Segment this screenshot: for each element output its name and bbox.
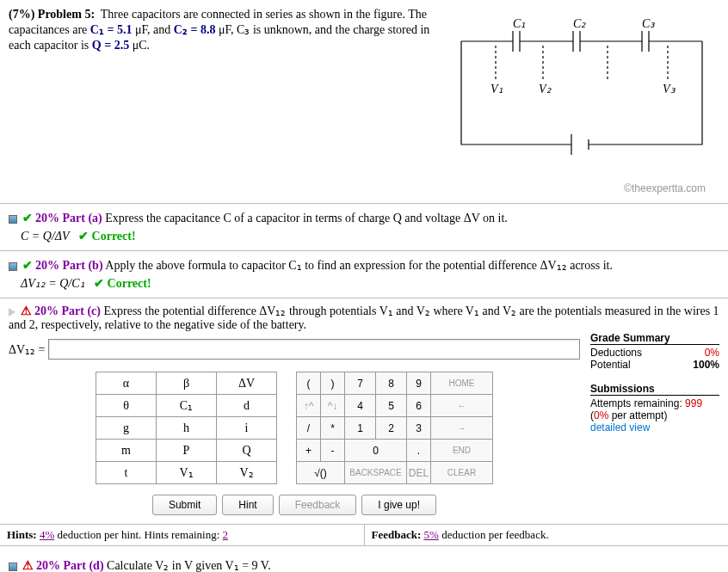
- svg-text:C₁: C₁: [513, 17, 526, 30]
- var-btn[interactable]: m: [96, 440, 157, 462]
- part-d: ⚠ 20% Part (d) Calculate V₂ in V given V…: [0, 555, 728, 572]
- svg-text:C₃: C₃: [642, 17, 656, 30]
- var-btn[interactable]: C₁: [157, 395, 217, 417]
- warn-icon: ⚠: [22, 559, 34, 572]
- svg-text:V₃: V₃: [663, 83, 676, 95]
- var-btn[interactable]: P: [157, 440, 217, 462]
- svg-text:V₁: V₁: [490, 83, 503, 95]
- detailed-view-link[interactable]: detailed view: [590, 421, 719, 434]
- var-btn[interactable]: d: [217, 395, 277, 417]
- copyright: ©theexpertta.com: [444, 182, 719, 200]
- part-b: ✔ 20% Part (b) Apply the above formula t…: [0, 250, 728, 298]
- collapse-icon[interactable]: [9, 215, 17, 224]
- var-btn[interactable]: ΔV: [217, 372, 277, 395]
- check-icon: ✔: [22, 259, 33, 272]
- answer-input[interactable]: [48, 339, 580, 360]
- var-btn[interactable]: t: [96, 462, 157, 484]
- collapse-icon[interactable]: [9, 262, 17, 271]
- var-btn[interactable]: h: [157, 417, 217, 440]
- hints-feedback-row: Hints: 4% deduction per hint. Hints rema…: [0, 524, 728, 546]
- grade-summary: Grade Summary Deductions0% Potential100%…: [590, 332, 719, 434]
- part-c: ⚠ 20% Part (c) Express the potential dif…: [0, 298, 728, 524]
- svg-text:V₂: V₂: [539, 83, 552, 95]
- variables-grid: αβΔV θC₁d ghi mPQ tV₁V₂: [96, 372, 277, 484]
- var-btn[interactable]: Q: [217, 440, 277, 462]
- var-btn[interactable]: θ: [96, 395, 157, 417]
- var-btn[interactable]: g: [96, 417, 157, 440]
- hint-button[interactable]: Hint: [222, 495, 273, 515]
- numpad-grid: ()789HOME ↑^^↓456← /*123→ +-0.END √()BAC…: [296, 372, 493, 484]
- var-btn[interactable]: α: [96, 372, 157, 395]
- expand-icon[interactable]: [9, 308, 15, 317]
- part-a: ✔ 20% Part (a) Express the capacitance C…: [0, 203, 728, 250]
- problem-percent: (7%) Problem 5:: [9, 8, 95, 21]
- calculator-pad: αβΔV θC₁d ghi mPQ tV₁V₂ ()789HOME ↑^^↓45…: [9, 372, 580, 484]
- var-btn[interactable]: β: [157, 372, 217, 395]
- giveup-button[interactable]: I give up!: [361, 495, 436, 515]
- problem-statement: (7%) Problem 5: Three capacitors are con…: [9, 7, 444, 54]
- check-icon: ✔: [22, 212, 33, 224]
- var-btn[interactable]: i: [217, 417, 277, 440]
- collapse-icon[interactable]: [9, 563, 17, 571]
- var-btn[interactable]: V₂: [217, 462, 277, 484]
- circuit-diagram: C₁ C₂ C₃ V₁ V₂ V₃ ©theexpertta.com: [444, 7, 719, 200]
- answer-label: ΔV₁₂ =: [9, 342, 48, 357]
- feedback-button[interactable]: Feedback: [279, 495, 357, 515]
- var-btn[interactable]: V₁: [157, 462, 217, 484]
- warn-icon: ⚠: [21, 304, 32, 317]
- submit-button[interactable]: Submit: [152, 495, 217, 515]
- svg-text:C₂: C₂: [573, 17, 586, 30]
